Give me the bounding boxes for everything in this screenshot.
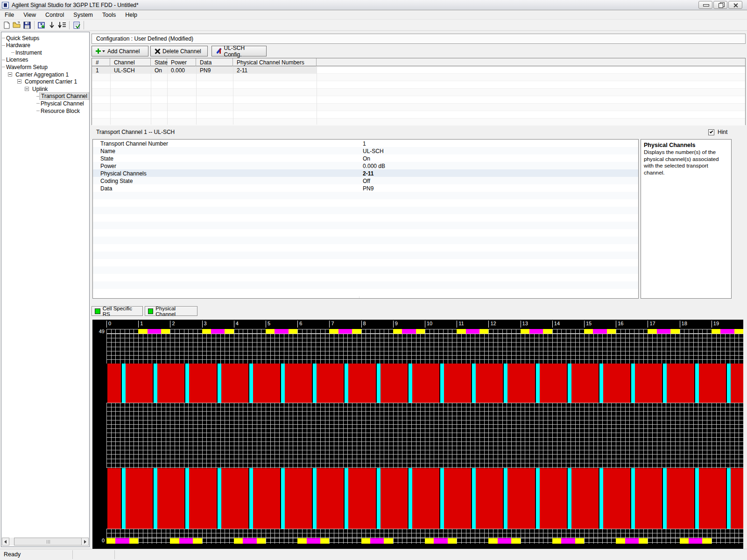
slot-tick: [138, 321, 139, 328]
delete-channel-button[interactable]: Delete Channel: [150, 46, 208, 56]
rs-pattern-segment: [552, 538, 561, 544]
tree-expander-minus-icon[interactable]: [8, 72, 12, 77]
rs-pattern-slot: [712, 329, 743, 334]
property-row-transport-channel-number[interactable]: Transport Channel Number1: [93, 140, 638, 147]
table-row-cell[interactable]: 2-11: [233, 66, 317, 74]
menu-item-view[interactable]: View: [19, 11, 41, 19]
dmrs-stripe: [344, 364, 348, 403]
dmrs-stripe: [439, 364, 444, 403]
sidebar-item-uplink[interactable]: Uplink: [31, 85, 49, 92]
open-folder-icon[interactable]: [12, 20, 22, 30]
sidebar-item-physical-channel[interactable]: Physical Channel: [39, 100, 85, 107]
sidebar-item-licenses[interactable]: Licenses: [5, 56, 29, 63]
slot-number: 12: [490, 321, 496, 326]
pattern-bottom-row: [106, 538, 743, 544]
sidebar-item-quick-setups[interactable]: Quick Setups: [5, 35, 41, 42]
close-button[interactable]: [728, 1, 742, 9]
property-row-coding-state[interactable]: Coding StateOff: [93, 177, 638, 184]
ulsch-config-button[interactable]: UL-SCH Config.: [211, 46, 267, 56]
scroll-right-button[interactable]: [81, 538, 89, 546]
sidebar-item-waveform-setup[interactable]: Waveform Setup: [5, 63, 49, 70]
rs-pattern-slot: [584, 329, 616, 334]
tree-item-label: Uplink: [31, 86, 49, 92]
hint-checkbox[interactable]: [708, 129, 714, 135]
slot-tick: [457, 321, 457, 328]
rs-pattern-segment: [338, 329, 352, 334]
property-row-physical-channels[interactable]: Physical Channels2-11: [93, 169, 638, 177]
resource-grid: 012345678910111213141516171819490: [92, 320, 743, 549]
rs-pattern-segment: [202, 329, 211, 334]
sidebar-item-component-carrier-1[interactable]: Component Carrier 1: [23, 78, 78, 85]
dmrs-stripe: [376, 364, 381, 403]
rs-pattern-segment: [384, 538, 393, 544]
dmrs-stripe: [280, 468, 285, 529]
rs-pattern-segment: [257, 538, 266, 544]
property-name: Coding State: [100, 178, 133, 184]
scroll-left-button[interactable]: [2, 538, 9, 546]
scrollbar-thumb[interactable]: [14, 538, 83, 546]
tree-expander-minus-icon[interactable]: [25, 87, 29, 91]
rs-pattern-segment: [361, 538, 370, 544]
menu-item-help[interactable]: Help: [120, 11, 142, 19]
legend-color-swatch: [95, 308, 100, 314]
new-document-icon[interactable]: [1, 20, 12, 30]
tree-horizontal-scrollbar[interactable]: [2, 538, 89, 546]
menu-item-tools[interactable]: Tools: [98, 11, 120, 19]
title-bar: Agilent Signal Studio for 3GPP LTE FDD -…: [0, 0, 747, 10]
legend-button-physical-channel[interactable]: Physical Channel: [145, 306, 197, 316]
table-row-cell[interactable]: 0.000: [167, 66, 196, 74]
add-channel-button[interactable]: Add Channel: [92, 46, 148, 56]
column-header-num[interactable]: #: [92, 58, 110, 66]
column-header-state[interactable]: State: [151, 58, 167, 66]
sidebar-item-hardware[interactable]: Hardware: [5, 42, 32, 49]
table-row-cell[interactable]: PN9: [196, 66, 233, 74]
minimize-button[interactable]: [698, 1, 712, 9]
column-header-physical-channel-numbers[interactable]: Physical Channel Numbers: [233, 58, 317, 66]
table-row-cell[interactable]: UL-SCH: [110, 66, 151, 74]
property-name: Name: [100, 148, 115, 154]
rs-pattern-slot: [361, 538, 393, 544]
property-row-state[interactable]: StateOn: [93, 154, 638, 162]
sidebar-item-instrument[interactable]: Instrument: [14, 49, 43, 56]
property-table[interactable]: Transport Channel Number1NameUL-SCHState…: [92, 139, 639, 299]
download-to-instrument-icon[interactable]: [36, 20, 47, 30]
column-header-channel[interactable]: Channel: [110, 58, 151, 66]
maximize-button[interactable]: [713, 1, 727, 9]
tree-expander-minus-icon[interactable]: [17, 79, 21, 84]
tree-item-label: Resource Block: [39, 108, 81, 114]
report-check-icon[interactable]: [71, 20, 82, 30]
sidebar-item-carrier-aggregation-1[interactable]: Carrier Aggregation 1: [14, 71, 70, 78]
sidebar-item-transport-channel[interactable]: Transport Channel: [39, 93, 89, 100]
sequence-download-icon[interactable]: [57, 20, 67, 30]
rs-pattern-segment: [657, 329, 670, 334]
dmrs-stripe: [121, 468, 126, 529]
property-row-name[interactable]: NameUL-SCH: [93, 147, 638, 154]
slot-number: 2: [172, 321, 175, 326]
menu-item-control[interactable]: Control: [41, 11, 69, 19]
rs-pattern-segment: [529, 329, 543, 334]
dmrs-stripe: [599, 364, 603, 403]
menu-item-system[interactable]: System: [69, 11, 98, 19]
channel-table[interactable]: #ChannelStatePowerDataPhysical Channel N…: [92, 58, 746, 125]
tree-item-label: Component Carrier 1: [23, 78, 78, 85]
dmrs-stripe: [153, 364, 157, 403]
legend-button-cell-specific-rs[interactable]: Cell Specific RS: [92, 306, 143, 316]
menu-bar: FileViewControlSystemToolsHelp: [0, 10, 747, 20]
property-row-power[interactable]: Power0.000 dB: [93, 162, 638, 169]
dmrs-stripe: [694, 364, 699, 403]
download-arrow-icon[interactable]: [47, 20, 57, 30]
column-header-data[interactable]: Data: [196, 58, 233, 66]
save-icon[interactable]: [22, 20, 32, 30]
dmrs-stripe: [408, 468, 412, 529]
dmrs-stripe: [726, 468, 731, 529]
column-header-power[interactable]: Power: [167, 58, 196, 66]
sidebar-item-resource-block[interactable]: Resource Block: [39, 107, 81, 114]
table-row-cell[interactable]: On: [151, 66, 167, 74]
dmrs-stripe: [184, 468, 189, 529]
property-row-data[interactable]: DataPN9: [93, 184, 638, 192]
rs-pattern-slot: [266, 329, 297, 334]
tree-item-label: Transport Channel: [39, 92, 89, 100]
menu-item-file[interactable]: File: [0, 11, 19, 19]
table-row-cell[interactable]: 1: [92, 66, 110, 74]
rs-pattern-segment: [179, 538, 193, 544]
